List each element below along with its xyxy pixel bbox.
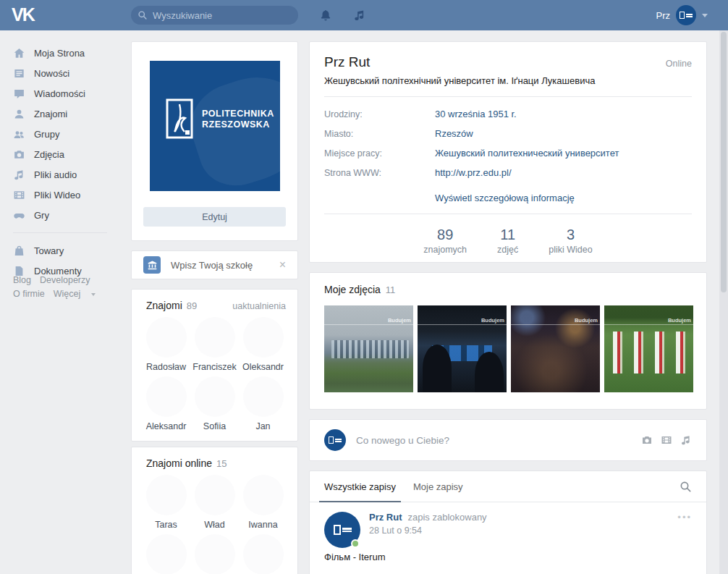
- detail-row-workplace: Miejsce pracy: Жешувский политехнический…: [324, 143, 692, 163]
- photo-watermark: Budujem: [481, 317, 504, 324]
- detail-row-website: Strona WWW: http://w.prz.edu.pl/: [324, 163, 692, 182]
- composer-avatar: [324, 429, 346, 451]
- close-icon[interactable]: ×: [276, 258, 289, 272]
- chevron-down-icon: [91, 293, 96, 296]
- counter-friends[interactable]: 89 znajomych: [423, 226, 467, 255]
- counter-photos[interactable]: 11 zdjęć: [497, 226, 518, 255]
- politechnika-mini-logo: [329, 436, 342, 444]
- sidebar-item-wiadomosci[interactable]: Wiadomości: [0, 83, 130, 104]
- profile-info-card: Prz Rut Online Жешувський політехнічний …: [309, 41, 707, 263]
- friends-title[interactable]: Znajomi: [146, 300, 182, 311]
- friend-avatar: [146, 475, 187, 515]
- vk-logo[interactable]: VK: [12, 4, 34, 25]
- sidebar-item-moja-strona[interactable]: Moja Strona: [0, 43, 130, 63]
- post-date-link[interactable]: 28 Lut o 9:54: [369, 526, 692, 536]
- friends-updates-link[interactable]: uaktualnienia: [232, 301, 286, 311]
- my-photos-card: Moje zdjęcia 11 Budujem Budujem Budujem …: [309, 272, 707, 410]
- profile-avatar-image[interactable]: POLITECHNIKA RZESZOWSKA: [150, 61, 280, 191]
- photo-night-concert-crowd[interactable]: Budujem: [511, 305, 600, 392]
- friend-item[interactable]: Oleksandr: [239, 317, 287, 372]
- school-prompt-text[interactable]: Wpisz Twoją szkołę: [171, 260, 276, 271]
- friend-item[interactable]: [190, 534, 239, 574]
- photo-airplane-cockpit[interactable]: Budujem: [418, 305, 507, 392]
- footer-link-o-firmie[interactable]: O firmie: [13, 289, 45, 299]
- people-group-icon: [13, 128, 25, 140]
- friend-item[interactable]: [239, 534, 287, 574]
- university-building-icon[interactable]: [143, 256, 161, 274]
- sidebar-item-znajomi[interactable]: Znajomi: [0, 104, 130, 124]
- footer-link-blog[interactable]: Blog: [13, 275, 31, 285]
- friend-item[interactable]: Sofiia: [190, 376, 239, 431]
- friend-item[interactable]: Radosław: [142, 317, 190, 372]
- profile-counters: 89 znajomych 11 zdjęć 3 pliki Wideo: [324, 214, 692, 255]
- sidebar-item-towary[interactable]: Towary: [0, 240, 130, 261]
- person-icon: [13, 108, 25, 120]
- politechnika-mini-logo: [680, 12, 693, 19]
- sidebar-item-pliki-wideo[interactable]: Pliki Wideo: [0, 185, 130, 205]
- photo-folk-dancers[interactable]: Budujem: [604, 305, 693, 392]
- scrollbar-thumb[interactable]: [721, 32, 727, 292]
- chevron-down-icon: [702, 14, 708, 17]
- post-menu-button[interactable]: •••: [677, 512, 692, 523]
- music-note-icon: [13, 169, 25, 181]
- header-user-avatar: [676, 5, 696, 25]
- wall-search-icon[interactable]: [680, 481, 692, 493]
- tab-all-posts[interactable]: Wszystkie zapisy: [324, 471, 396, 502]
- news-icon: [13, 67, 25, 80]
- footer-links: BlogDeveloperzy O firmieWięcej: [13, 274, 129, 301]
- wall-post: Prz Rut zapis zablokowany ••• 28 Lut o 9…: [310, 502, 706, 562]
- friends-online-card: Znajomi online 15 Taras Wład Iwanna: [131, 447, 298, 574]
- friends-online-grid: Taras Wład Iwanna: [132, 472, 297, 574]
- school-prompt-card: Wpisz Twoją szkołę ×: [131, 250, 298, 279]
- profile-avatar-card: POLITECHNIKA RZESZOWSKA Edytuj: [131, 41, 298, 241]
- attach-photo-icon[interactable]: [641, 434, 653, 446]
- friend-item[interactable]: Iwanna: [239, 475, 287, 530]
- profile-details: Urodziny: 30 września 1951 r. Miasto: Rz…: [324, 97, 692, 182]
- attach-audio-icon[interactable]: [680, 434, 692, 446]
- pr-monogram-icon: [166, 98, 195, 140]
- page-scrollbar[interactable]: [719, 0, 728, 574]
- friends-online-title[interactable]: Znajomi online: [146, 457, 212, 469]
- tab-my-posts[interactable]: Moje zapisy: [413, 471, 463, 502]
- counter-videos[interactable]: 3 pliki Wideo: [549, 226, 592, 255]
- sidebar-item-nowosci[interactable]: Nowości: [0, 63, 130, 83]
- politechnika-logo: POLITECHNIKA RZESZOWSKA: [166, 98, 274, 140]
- show-detailed-info-link[interactable]: Wyświetl szczegółową informację: [435, 193, 692, 203]
- wall-tabs: Wszystkie zapisy Moje zapisy: [310, 471, 706, 502]
- sidebar-item-grupy[interactable]: Grupy: [0, 124, 130, 144]
- photo-watermark: Budujem: [668, 317, 691, 324]
- friend-item[interactable]: Franciszek: [190, 317, 239, 372]
- friend-item[interactable]: Taras: [142, 475, 190, 530]
- friend-item[interactable]: Jan: [239, 376, 287, 431]
- friend-avatar: [146, 534, 187, 574]
- politechnika-mini-logo: [334, 525, 352, 535]
- footer-link-developerzy[interactable]: Developerzy: [40, 275, 90, 285]
- photo-watermark: Budujem: [388, 317, 411, 324]
- attach-video-icon[interactable]: [661, 434, 672, 446]
- friend-item[interactable]: Wład: [190, 475, 239, 530]
- detail-row-city: Miasto: Rzeszów: [324, 124, 692, 143]
- friend-avatar: [146, 376, 187, 417]
- sidebar-item-pliki-audio[interactable]: Pliki audio: [0, 164, 130, 185]
- post-author-link[interactable]: Prz Rut: [369, 512, 402, 523]
- footer-link-wiecej[interactable]: Więcej: [54, 289, 81, 299]
- online-indicator-dot: [351, 539, 360, 548]
- search-input[interactable]: [131, 6, 298, 25]
- friend-item[interactable]: [142, 534, 190, 574]
- friend-avatar: [243, 475, 284, 515]
- composer-input[interactable]: Co nowego u Ciebie?: [356, 435, 641, 446]
- top-header-bar: VK Prz: [0, 0, 728, 30]
- photo-university-building[interactable]: Budujem: [324, 305, 413, 392]
- friends-online-count: 15: [216, 458, 227, 469]
- edit-profile-button[interactable]: Edytuj: [143, 207, 286, 227]
- sidebar-item-zdjecia[interactable]: Zdjęcia: [0, 144, 130, 164]
- notifications-bell-icon[interactable]: [319, 9, 332, 22]
- header-user-menu[interactable]: Prz: [656, 0, 708, 30]
- chat-bubble-icon: [13, 88, 25, 100]
- friend-item[interactable]: Aleksandr: [142, 376, 190, 431]
- music-icon[interactable]: [353, 9, 366, 22]
- home-icon: [13, 47, 25, 59]
- photos-title[interactable]: Moje zdjęcia: [324, 284, 381, 295]
- sidebar-item-gry[interactable]: Gry: [0, 205, 130, 225]
- wall-card: Wszystkie zapisy Moje zapisy Prz Rut zap…: [309, 470, 707, 574]
